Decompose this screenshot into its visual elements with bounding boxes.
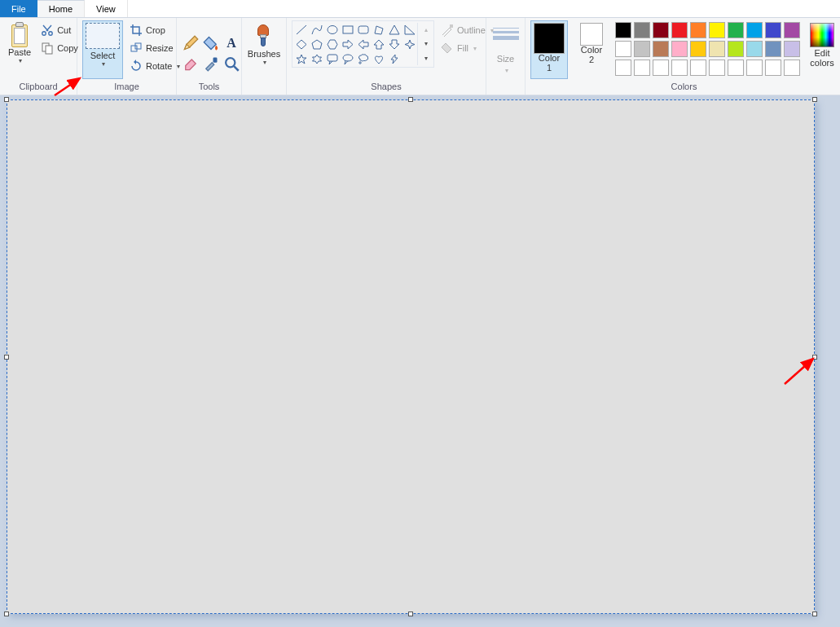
color-swatch[interactable] <box>615 41 631 57</box>
outline-label: Outline <box>457 25 486 35</box>
crop-icon <box>130 24 143 37</box>
color-swatch[interactable] <box>615 22 631 38</box>
edit-colors-button[interactable]: Edit colors <box>807 20 838 79</box>
shape-rounded-rectangle[interactable] <box>356 23 371 37</box>
shapes-more-button[interactable]: ▴▾▾ <box>417 23 432 65</box>
color-swatch[interactable] <box>728 22 744 38</box>
color-swatch[interactable] <box>746 22 763 38</box>
resize-button[interactable]: Resize <box>126 40 183 56</box>
shape-hexagon[interactable] <box>325 38 340 51</box>
shape-oval[interactable] <box>325 23 340 37</box>
handle-ne[interactable] <box>812 97 817 102</box>
shape-curve[interactable] <box>310 23 324 37</box>
color-swatch[interactable] <box>784 41 800 57</box>
handle-nw[interactable] <box>4 97 9 102</box>
color-palette[interactable] <box>615 22 802 77</box>
color-swatch[interactable] <box>784 22 800 38</box>
group-shapes: ▴▾▾ Outline ▾ Fill ▾ Shapes <box>287 18 486 95</box>
resize-label: Resize <box>146 43 174 53</box>
color-swatch[interactable] <box>634 41 650 57</box>
crop-button[interactable]: Crop <box>126 22 183 38</box>
color2-label: Color 2 <box>581 46 602 64</box>
select-button[interactable]: Select ▾ <box>82 20 123 79</box>
color-swatch[interactable] <box>653 22 669 38</box>
eraser-tool[interactable] <box>182 55 200 73</box>
tab-view[interactable]: View <box>85 0 128 17</box>
tab-file[interactable]: File <box>0 0 37 17</box>
shapes-gallery[interactable] <box>294 23 417 65</box>
color-swatch[interactable] <box>671 41 688 57</box>
canvas-area[interactable] <box>0 95 840 627</box>
color-swatch[interactable] <box>746 60 763 76</box>
handle-s[interactable] <box>408 612 413 616</box>
color-swatch[interactable] <box>671 60 688 76</box>
color-swatch[interactable] <box>653 41 669 57</box>
color-swatch[interactable] <box>746 41 763 57</box>
pencil-tool[interactable] <box>182 34 200 52</box>
color-swatch[interactable] <box>709 41 725 57</box>
shape-lightning[interactable] <box>387 52 402 66</box>
shape-rectangle[interactable] <box>341 23 355 37</box>
color2-button[interactable]: Color 2 <box>573 20 610 79</box>
shape-polygon[interactable] <box>372 23 386 37</box>
shape-arrow-up[interactable] <box>372 38 386 51</box>
brush-icon <box>253 23 275 49</box>
cut-button[interactable]: Cut <box>37 22 81 38</box>
shape-callout-oval[interactable] <box>341 52 355 66</box>
color-swatch[interactable] <box>728 60 744 76</box>
group-size: Size ▾ <box>486 18 526 95</box>
color-swatch[interactable] <box>634 60 650 76</box>
canvas-selection[interactable] <box>7 99 815 614</box>
shape-heart[interactable] <box>372 52 386 66</box>
group-clipboard: Paste ▾ Cut Copy Clipboard <box>0 18 77 95</box>
color-swatch[interactable] <box>765 60 781 76</box>
shape-diamond[interactable] <box>294 38 309 51</box>
fill-tool[interactable] <box>202 34 220 52</box>
color-swatch[interactable] <box>690 41 706 57</box>
color-swatch[interactable] <box>671 22 688 38</box>
shape-triangle[interactable] <box>387 23 402 37</box>
handle-w[interactable] <box>4 355 9 360</box>
shape-5point-star[interactable] <box>294 52 309 66</box>
paste-button[interactable]: Paste ▾ <box>5 20 34 79</box>
color-swatch[interactable] <box>765 41 781 57</box>
handle-sw[interactable] <box>4 612 9 616</box>
handle-e[interactable] <box>812 355 817 360</box>
color-swatch[interactable] <box>709 60 725 76</box>
shape-arrow-right[interactable] <box>341 38 355 51</box>
copy-button[interactable]: Copy <box>37 40 81 56</box>
shape-pentagon[interactable] <box>310 38 324 51</box>
fill-label: Fill <box>457 43 468 53</box>
color-swatch[interactable] <box>784 60 800 76</box>
group-label-brushes <box>247 82 281 95</box>
shape-callout-rounded[interactable] <box>325 52 340 66</box>
shape-arrow-down[interactable] <box>387 38 402 51</box>
color1-button[interactable]: Color 1 <box>530 20 568 79</box>
shape-arrow-left[interactable] <box>356 38 371 51</box>
tab-home[interactable]: Home <box>37 0 85 17</box>
tab-bar: File Home View <box>0 0 840 18</box>
color-swatch[interactable] <box>634 22 650 38</box>
color-swatch[interactable] <box>709 22 725 38</box>
color-swatch[interactable] <box>653 60 669 76</box>
shape-line[interactable] <box>294 23 309 37</box>
shape-callout-cloud[interactable] <box>356 52 371 66</box>
color-swatch[interactable] <box>765 22 781 38</box>
color-swatch[interactable] <box>728 41 744 57</box>
color-swatch[interactable] <box>690 60 706 76</box>
text-tool[interactable]: A <box>222 34 240 52</box>
color-swatch[interactable] <box>615 60 631 76</box>
rotate-button[interactable]: Rotate ▾ <box>126 58 183 74</box>
size-button[interactable]: Size ▾ <box>490 20 522 79</box>
brushes-button[interactable]: Brushes ▾ <box>244 20 284 79</box>
shape-6point-star[interactable] <box>310 52 324 66</box>
shape-4point-star[interactable] <box>402 38 417 51</box>
handle-se[interactable] <box>812 612 817 616</box>
scissors-icon <box>41 24 54 37</box>
color-swatch[interactable] <box>690 22 706 38</box>
edit-colors-label: Edit colors <box>810 49 833 68</box>
color-picker-tool[interactable] <box>202 55 220 73</box>
handle-n[interactable] <box>408 97 413 102</box>
shape-right-triangle[interactable] <box>402 23 417 37</box>
magnifier-tool[interactable] <box>222 55 240 73</box>
